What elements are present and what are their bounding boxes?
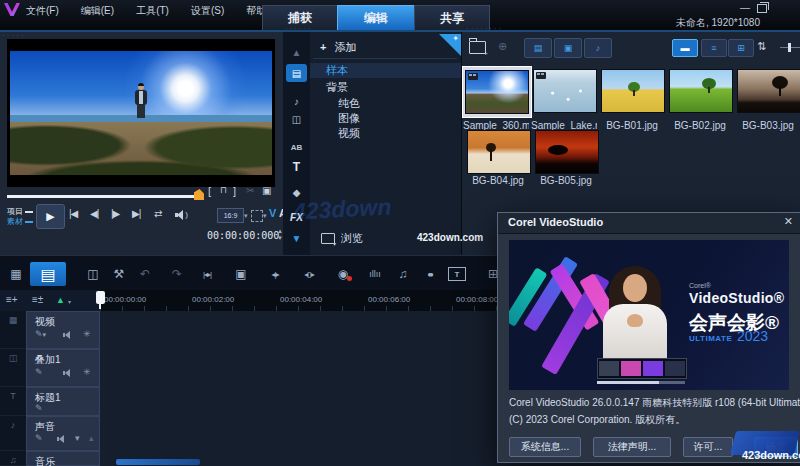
- track-mute-icon[interactable]: [63, 331, 74, 339]
- mode-clip-toggle[interactable]: 素材: [7, 217, 33, 226]
- tree-item-video[interactable]: 视频: [310, 126, 461, 141]
- media-thumbnail[interactable]: [737, 69, 800, 113]
- subtitle-editor-icon[interactable]: T: [446, 265, 468, 283]
- volume-icon[interactable]: ): [175, 210, 188, 220]
- dialog-title-bar[interactable]: Corel VideoStudio ✕: [498, 213, 800, 234]
- previous-frame-button[interactable]: ◀|: [90, 208, 98, 219]
- track-level-icon[interactable]: ▴: [89, 433, 94, 443]
- overlay-category-icon[interactable]: AB: [286, 139, 307, 155]
- menu-tools[interactable]: 工具(T): [136, 4, 169, 18]
- system-info-button[interactable]: 系统信息...: [509, 437, 581, 457]
- go-end-button[interactable]: ▶|: [132, 208, 140, 219]
- redo-icon[interactable]: ↷: [166, 265, 188, 283]
- media-thumbnail-selected[interactable]: [462, 66, 532, 118]
- track-header-title[interactable]: 标题1 ✎: [26, 387, 100, 416]
- track-header-overlay[interactable]: 叠加1 ✎ ✳: [26, 349, 100, 387]
- chroma-marker-icon[interactable]: ▲: [56, 295, 65, 305]
- track-header-music[interactable]: 音乐: [26, 451, 100, 466]
- split-clip-icon[interactable]: ✂: [246, 185, 254, 196]
- track-header-video[interactable]: 视频 ✎▾ ✳: [26, 311, 100, 349]
- track-height-icon[interactable]: ≡±: [32, 294, 43, 305]
- slider-knob[interactable]: [788, 43, 791, 52]
- mark-range-icon[interactable]: ⊓: [220, 185, 227, 195]
- expand-arrow-icon[interactable]: ◢: [314, 80, 335, 95]
- aspect-ratio-button[interactable]: 16:9: [217, 208, 244, 223]
- marker-caret-icon[interactable]: ▾: [68, 298, 71, 305]
- track-ripple-link-icon[interactable]: ✎: [35, 433, 43, 443]
- mark-out-icon[interactable]: ]: [233, 185, 236, 197]
- legal-notice-button[interactable]: 法律声明...: [593, 437, 671, 457]
- import-media-icon[interactable]: [469, 41, 486, 54]
- tools-icon[interactable]: ⚒: [108, 265, 130, 283]
- track-ripple-link-icon[interactable]: ✎: [35, 403, 43, 413]
- view-large-thumbnail-button[interactable]: ▬: [672, 39, 698, 57]
- copy-icon[interactable]: ◫: [82, 265, 104, 283]
- select-region-icon[interactable]: [251, 210, 263, 222]
- fit-project-icon[interactable]: |◂▸|: [196, 265, 218, 283]
- playhead-marker[interactable]: [96, 291, 105, 304]
- auto-music-icon[interactable]: ♫: [392, 265, 414, 283]
- media-thumbnail[interactable]: [535, 130, 599, 174]
- video-toggle[interactable]: V: [269, 207, 276, 219]
- close-icon[interactable]: ✕: [784, 215, 793, 228]
- transition-category-icon[interactable]: ◫: [286, 111, 307, 127]
- sort-icon[interactable]: ⇅: [757, 40, 766, 53]
- fit-window-icon[interactable]: ▣: [230, 265, 252, 283]
- panel-drag-handle[interactable]: ········: [466, 26, 503, 32]
- timeline-view-icon[interactable]: ▤: [30, 262, 66, 286]
- mark-in-icon[interactable]: [: [208, 185, 211, 197]
- enlarge-preview-icon[interactable]: ▣: [262, 185, 271, 196]
- filter-audio-button[interactable]: ♪: [584, 38, 612, 58]
- restore-button[interactable]: [757, 4, 767, 13]
- audio-category-icon[interactable]: ♪: [286, 93, 307, 109]
- timecode-field[interactable]: 00:00:00:000: [207, 230, 279, 241]
- license-button[interactable]: 许可...: [683, 437, 733, 457]
- mode-project-toggle[interactable]: 项目: [7, 207, 33, 216]
- track-caret-icon[interactable]: ▾: [75, 433, 80, 443]
- media-category-icon[interactable]: ▤: [286, 64, 307, 82]
- minimize-button[interactable]: —: [740, 2, 750, 13]
- track-mute-icon[interactable]: [63, 369, 74, 377]
- view-list-button[interactable]: ≡: [701, 39, 727, 57]
- preview-video[interactable]: [7, 39, 275, 187]
- go-start-button[interactable]: |◀: [69, 208, 77, 219]
- sound-mixer-icon[interactable]: ıllıı: [364, 265, 386, 283]
- insert-gap-icon[interactable]: ◂▯▸: [298, 265, 320, 283]
- track-header-voice[interactable]: 声音 ✎ ▾ ▴: [26, 416, 100, 451]
- media-thumbnail[interactable]: [467, 130, 531, 174]
- track-ripple-edit-icon[interactable]: ✳: [83, 329, 91, 339]
- scroll-up-icon[interactable]: ▲: [286, 44, 307, 60]
- aspect-caret-icon[interactable]: ▾: [244, 212, 248, 220]
- storyboard-view-icon[interactable]: ▦: [5, 265, 27, 283]
- repeat-button[interactable]: ⇄: [154, 208, 162, 219]
- title-category-icon[interactable]: T: [286, 159, 307, 175]
- media-thumbnail[interactable]: [601, 69, 665, 113]
- track-ripple-link-icon[interactable]: ✎▾: [35, 329, 46, 339]
- filter-video-button[interactable]: ▤: [524, 38, 552, 58]
- show-all-tracks-icon[interactable]: ≡+: [6, 294, 18, 305]
- sync-icon[interactable]: ⊕: [498, 40, 507, 53]
- media-thumbnail[interactable]: [669, 69, 733, 113]
- tree-item-solid-color[interactable]: 纯色: [310, 96, 461, 111]
- undo-icon[interactable]: ↶: [134, 265, 156, 283]
- track-ripple-link-icon[interactable]: ✎: [35, 367, 43, 377]
- record-capture-icon[interactable]: ◉: [332, 265, 354, 283]
- tree-item-image[interactable]: 图像: [310, 111, 461, 126]
- scroll-down-icon[interactable]: ▼: [286, 230, 307, 246]
- menu-edit[interactable]: 编辑(E): [81, 4, 114, 18]
- track-ripple-edit-icon[interactable]: ✳: [83, 367, 91, 377]
- add-folder-button[interactable]: +添加: [320, 40, 356, 55]
- tree-item-background[interactable]: ◢背景: [310, 80, 461, 95]
- trim-end-handle[interactable]: [194, 189, 204, 200]
- trim-bar[interactable]: [7, 195, 196, 198]
- browse-button[interactable]: 浏览: [321, 231, 363, 246]
- next-frame-button[interactable]: |▶: [111, 208, 119, 219]
- region-caret-icon[interactable]: ▾: [263, 212, 267, 220]
- speech-to-text-icon[interactable]: ●●: [418, 265, 440, 283]
- filter-image-button[interactable]: ▣: [554, 38, 582, 58]
- pin-panel-icon[interactable]: [439, 34, 461, 56]
- split-ripple-icon[interactable]: ◂|▸: [264, 265, 286, 283]
- tree-item-samples[interactable]: 样本: [310, 63, 461, 78]
- menu-settings[interactable]: 设置(S): [191, 4, 224, 18]
- tab-edit[interactable]: 编辑: [337, 5, 415, 31]
